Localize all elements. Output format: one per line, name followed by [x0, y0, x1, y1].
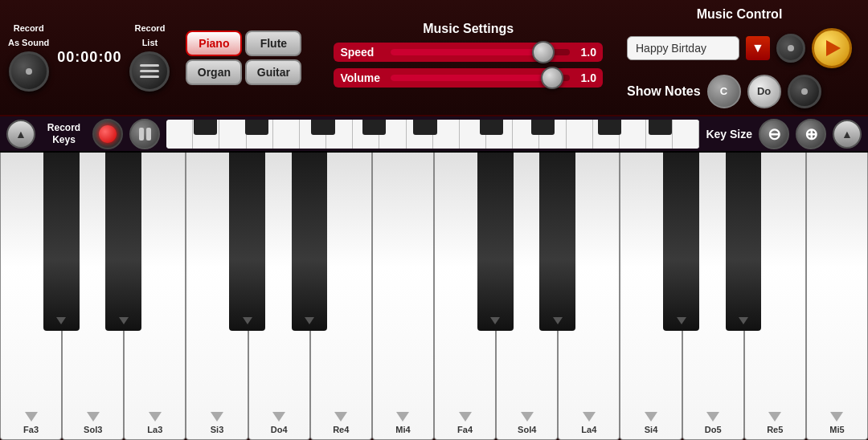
instrument-buttons: Piano Flute Organ Guitar: [186, 31, 301, 85]
white-key-indicator: [334, 412, 347, 422]
show-notes-row: Show Notes C Do: [627, 75, 852, 108]
instrument-organ-button[interactable]: Organ: [186, 59, 242, 85]
pause-bar-1: [139, 128, 144, 141]
black-key-indicator: [739, 317, 748, 324]
record-as-sound-label: Record: [14, 23, 44, 34]
record-as-sound-section: Record As Sound: [8, 23, 49, 91]
black-key-indicator: [490, 317, 500, 324]
white-key-label: La3: [147, 425, 162, 434]
black-key-indicator: [305, 317, 314, 324]
dropdown-arrow-icon[interactable]: ▼: [746, 36, 770, 60]
music-settings-title: Music Settings: [334, 22, 603, 36]
speed-slider-track[interactable]: [391, 49, 570, 55]
scroll-right-button[interactable]: ▲: [833, 120, 862, 149]
volume-slider-thumb[interactable]: [541, 67, 563, 89]
key-size-label: Key Size: [706, 128, 752, 141]
instrument-guitar-button[interactable]: Guitar: [245, 59, 301, 85]
instrument-piano-button[interactable]: Piano: [186, 31, 242, 56]
app-container: Record As Sound 00:00:00 Record List Pia…: [0, 0, 868, 440]
record-as-sound-label2: As Sound: [8, 38, 49, 48]
record-list-label1: Record: [134, 23, 165, 34]
black-key-indicator: [56, 317, 66, 324]
white-key-mi4[interactable]: Mi4: [372, 153, 434, 440]
white-key-indicator: [87, 412, 100, 422]
mini-piano-display: [166, 120, 699, 149]
scroll-up-button[interactable]: ▲: [6, 120, 35, 149]
white-key-indicator: [149, 412, 162, 422]
volume-slider-track[interactable]: [391, 75, 570, 81]
black-key-after-sol3[interactable]: [105, 153, 141, 331]
white-key-label: La4: [581, 425, 596, 434]
white-key-indicator: [706, 412, 719, 422]
black-key-indicator: [119, 317, 129, 324]
show-notes-label: Show Notes: [627, 84, 701, 99]
list-line-1: [140, 64, 159, 67]
black-key-after-sol4[interactable]: [539, 153, 575, 331]
song-select[interactable]: Happy Birtday: [627, 36, 739, 60]
play-icon: [826, 40, 841, 56]
instrument-flute-button[interactable]: Flute: [245, 31, 301, 56]
white-key-label: Sol3: [84, 425, 102, 434]
white-key-label: Fa4: [457, 425, 473, 434]
white-key-indicator: [830, 412, 843, 422]
middle-bar: ▲ RecordKeys: [0, 116, 868, 153]
white-key-indicator: [25, 412, 38, 422]
white-key-indicator: [459, 412, 472, 422]
key-size-increase-button[interactable]: ⊕: [796, 119, 826, 149]
black-key-indicator: [553, 317, 563, 324]
white-key-label: Si4: [645, 425, 658, 434]
music-settings-section: Music Settings Speed 1.0 Volume 1.0: [317, 22, 619, 94]
black-key-indicator: [243, 317, 252, 324]
record-list-knob[interactable]: [129, 51, 170, 92]
white-key-mi5[interactable]: Mi5: [806, 153, 868, 440]
black-key-after-fa3[interactable]: [43, 153, 80, 331]
knob-dot: [26, 68, 32, 75]
record-keys-label: RecordKeys: [42, 122, 86, 145]
list-line-2: [140, 70, 159, 72]
speed-slider-fill: [391, 49, 542, 55]
play-button[interactable]: [812, 28, 852, 68]
song-name: Happy Birtday: [636, 42, 706, 55]
note-settings-knob[interactable]: [788, 75, 821, 108]
piano-wrapper: Fa3Sol3La3Si3Do4Re4Mi4Fa4Sol4La4Si4Do5Re…: [0, 153, 868, 440]
white-key-indicator: [272, 412, 285, 422]
black-key-after-fa4[interactable]: [477, 153, 514, 331]
black-key-after-si4[interactable]: [663, 153, 699, 331]
record-button[interactable]: [92, 119, 123, 149]
record-list-section: Record List: [129, 23, 170, 91]
white-key-label: Do5: [705, 425, 722, 434]
black-key-after-do4[interactable]: [292, 153, 328, 331]
key-size-decrease-button[interactable]: ⊖: [759, 119, 789, 149]
white-key-indicator: [211, 412, 223, 422]
white-key-label: Mi5: [829, 425, 844, 434]
volume-slider-row: Volume 1.0: [334, 68, 603, 88]
record-list-label2: List: [142, 38, 158, 48]
volume-value: 1.0: [576, 71, 596, 84]
music-control-title: Music Control: [627, 7, 852, 22]
record-as-sound-knob[interactable]: [9, 51, 49, 92]
pause-button[interactable]: [129, 119, 160, 149]
instrument-row: Piano Flute: [186, 31, 301, 56]
song-row: Happy Birtday ▼: [627, 28, 852, 68]
white-key-label: Sol4: [518, 425, 536, 434]
black-key-after-do5[interactable]: [726, 153, 762, 331]
pause-bar-2: [146, 128, 151, 141]
speed-slider-row: Speed 1.0: [334, 43, 603, 62]
volume-label: Volume: [340, 71, 384, 84]
piano-keyboard: Fa3Sol3La3Si3Do4Re4Mi4Fa4Sol4La4Si4Do5Re…: [0, 153, 868, 440]
music-control-section: Music Control Happy Birtday ▼ Show Notes…: [619, 7, 860, 108]
timer-display: 00:00:00: [57, 49, 121, 66]
note-c-button[interactable]: C: [707, 75, 741, 108]
list-line-3: [140, 75, 159, 78]
white-key-label: Do4: [271, 425, 288, 434]
black-key-after-si3[interactable]: [229, 153, 265, 331]
white-key-indicator: [521, 412, 534, 422]
volume-slider-fill: [391, 75, 551, 81]
white-key-label: Re4: [333, 425, 349, 434]
note-do-button[interactable]: Do: [747, 75, 781, 108]
song-extra-knob[interactable]: [776, 34, 805, 63]
knob-dot-3: [801, 88, 808, 95]
speed-slider-thumb[interactable]: [532, 41, 555, 63]
white-key-label: Si3: [211, 425, 224, 434]
speed-value: 1.0: [576, 46, 596, 59]
